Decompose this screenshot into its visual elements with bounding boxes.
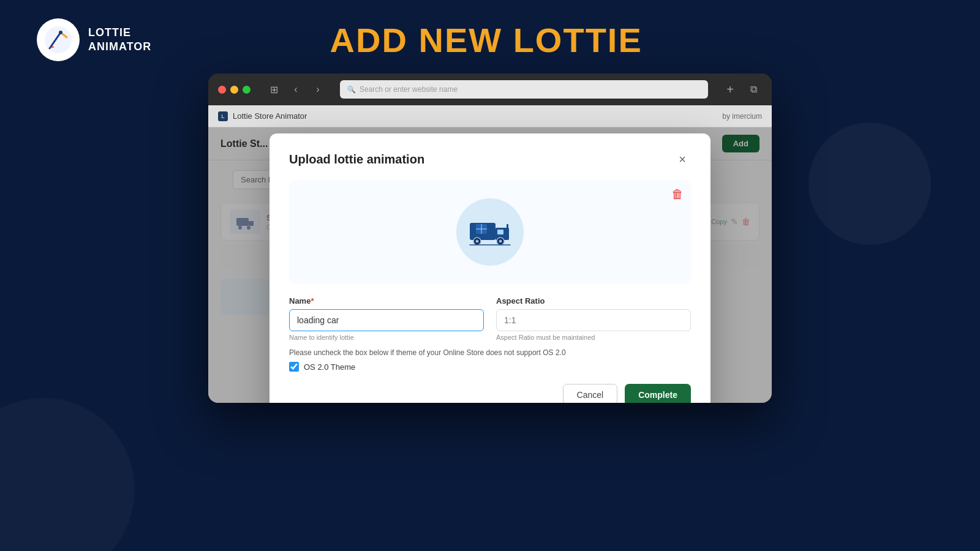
name-form-group: Name* Name to identify lottie xyxy=(289,296,484,341)
svg-point-20 xyxy=(499,239,502,242)
browser-mockup: ⊞ ‹ › 🔍 Search or enter website name + ⧉… xyxy=(0,73,980,403)
maximize-window-button[interactable] xyxy=(243,86,251,94)
svg-point-3 xyxy=(59,31,62,34)
upload-modal: Upload lottie animation × 🗑 xyxy=(270,133,710,403)
name-input[interactable] xyxy=(289,309,484,331)
browser-navigation: ⊞ ‹ › xyxy=(265,81,326,98)
address-text: Search or enter website name xyxy=(360,85,458,94)
modal-footer: Cancel Complete xyxy=(289,384,691,403)
back-button[interactable]: ‹ xyxy=(287,81,304,98)
forward-button[interactable]: › xyxy=(309,81,326,98)
svg-point-0 xyxy=(45,26,72,53)
logo-icon xyxy=(43,25,73,54)
aspect-ratio-hint: Aspect Ratio must be maintained xyxy=(496,334,691,341)
logo-container: LOTTIE ANIMATOR xyxy=(37,18,151,61)
close-window-button[interactable] xyxy=(218,86,226,94)
checkbox-notice: Please uncheck the box below if theme of… xyxy=(289,348,691,357)
form-row: Name* Name to identify lottie Aspect Rat… xyxy=(289,296,691,341)
svg-rect-16 xyxy=(507,224,508,229)
browser-tab-bar: L Lottie Store Animator by imercium xyxy=(208,105,772,127)
new-tab-button[interactable]: + xyxy=(722,81,739,98)
name-hint: Name to identify lottie xyxy=(289,334,484,341)
page-title: ADD NEW LOTTIE xyxy=(151,20,821,60)
browser-actions: + ⧉ xyxy=(722,81,762,98)
modal-overlay: Upload lottie animation × 🗑 xyxy=(208,127,772,403)
sidebar-toggle-button[interactable]: ⊞ xyxy=(265,81,282,98)
browser-titlebar: ⊞ ‹ › 🔍 Search or enter website name + ⧉ xyxy=(208,73,772,105)
complete-button[interactable]: Complete xyxy=(625,384,691,403)
os2-checkbox[interactable] xyxy=(289,362,299,372)
aspect-ratio-input[interactable] xyxy=(496,309,691,331)
truck-animation-preview xyxy=(456,198,524,266)
tabs-button[interactable]: ⧉ xyxy=(745,81,762,98)
truck-svg-icon xyxy=(469,216,511,249)
os2-checkbox-label: OS 2.0 Theme xyxy=(304,362,355,372)
delete-animation-button[interactable]: 🗑 xyxy=(671,187,684,201)
cancel-button[interactable]: Cancel xyxy=(563,384,618,403)
logo-circle xyxy=(37,18,80,61)
checkbox-section: Please uncheck the box below if theme of… xyxy=(289,348,691,372)
tab-favicon: L xyxy=(218,111,228,121)
page-header: LOTTIE ANIMATOR ADD NEW LOTTIE xyxy=(0,0,980,73)
search-icon: 🔍 xyxy=(347,86,356,94)
animation-preview-area: 🗑 xyxy=(289,180,691,284)
bg-decoration-1 xyxy=(0,398,135,551)
aspect-ratio-form-group: Aspect Ratio Aspect Ratio must be mainta… xyxy=(496,296,691,341)
minimize-window-button[interactable] xyxy=(230,86,238,94)
by-label: by imercium xyxy=(722,112,762,121)
traffic-lights xyxy=(218,86,251,94)
browser-window: ⊞ ‹ › 🔍 Search or enter website name + ⧉… xyxy=(208,73,772,403)
tab-label: Lottie Store Animator xyxy=(233,111,307,121)
app-content: Lottie St... Add Shop xyxy=(208,127,772,403)
svg-point-18 xyxy=(476,239,479,242)
logo-text: LOTTIE ANIMATOR xyxy=(88,26,151,54)
svg-rect-15 xyxy=(497,230,503,234)
modal-header: Upload lottie animation × xyxy=(289,151,691,168)
modal-close-button[interactable]: × xyxy=(674,151,691,168)
active-tab[interactable]: L Lottie Store Animator xyxy=(218,111,307,121)
name-label: Name* xyxy=(289,296,484,305)
address-bar[interactable]: 🔍 Search or enter website name xyxy=(340,80,708,99)
checkbox-row: OS 2.0 Theme xyxy=(289,362,691,372)
aspect-ratio-label: Aspect Ratio xyxy=(496,296,691,305)
modal-title: Upload lottie animation xyxy=(289,152,424,167)
